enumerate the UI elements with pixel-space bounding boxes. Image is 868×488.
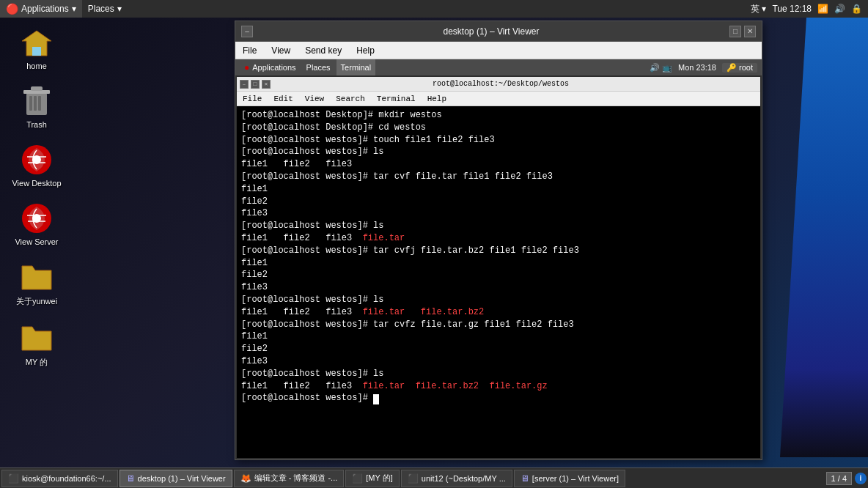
term-line-18: [root@localhost westos]# tar cvfz file.t… — [241, 319, 756, 331]
term-line-5: file1 file2 file3 — [241, 158, 756, 171]
desktop-icons-container: home Trash — [7, 22, 66, 371]
virt-title-bar: – desktop (1) – Virt Viewer □ ✕ — [235, 21, 762, 42]
terminal-window[interactable]: – □ ✕ root@localhost:~/Desktop/westos Fi… — [237, 77, 760, 458]
virt-menu-bar: File View Send key Help — [235, 42, 762, 59]
minimize-button[interactable]: – — [241, 26, 253, 37]
term-line-7: file1 — [241, 183, 756, 196]
term-win-ctrl2[interactable]: □ — [251, 80, 260, 89]
term-line-17: file1 file2 file3 file.tar file.tar.bz2 — [241, 306, 756, 319]
page-info-button[interactable]: i — [855, 473, 867, 484]
term-line-3: [root@localhost westos]# touch file1 fil… — [241, 134, 756, 147]
taskbar-item-blog[interactable]: 🦊 编辑文章 - 博客频道 -... — [234, 470, 345, 487]
desktop: 🔴 Applications ▾ Places ▾ 英 ▾ Tue 12:18 … — [0, 0, 868, 488]
page-number: 1 / 4 — [826, 472, 852, 485]
term-line-14: file2 — [241, 269, 756, 281]
window-controls-right: □ ✕ — [729, 26, 756, 37]
term-title-text: root@localhost:~/Desktop/westos — [271, 80, 731, 88]
svg-rect-1 — [32, 47, 41, 56]
term-line-12: [root@localhost westos]# tar cvfj file.t… — [241, 245, 756, 257]
taskbar-item-server1[interactable]: 🖥 [server (1) – Virt Viewer] — [514, 470, 625, 487]
virt-menu-help[interactable]: Help — [349, 42, 382, 59]
virt-viewer-window: – desktop (1) – Virt Viewer □ ✕ File Vie… — [235, 21, 762, 460]
term-win-ctrl1[interactable]: – — [240, 80, 249, 89]
view-desktop-label: View Desktop — [12, 179, 61, 188]
applications-menu[interactable]: 🔴 Applications ▾ — [0, 0, 82, 18]
about-yunwei-label: 关于yunwei — [16, 296, 57, 307]
virt-title: desktop (1) – Virt Viewer — [253, 26, 729, 37]
svg-rect-5 — [38, 96, 41, 111]
term-menu-file[interactable]: File — [237, 92, 268, 106]
term-title-bar: – □ ✕ root@localhost:~/Desktop/westos — [237, 77, 760, 92]
desktop-icon-view-desktop[interactable]: View Desktop — [7, 139, 66, 191]
term-line-19: file1 — [241, 330, 756, 343]
svg-rect-3 — [29, 96, 32, 111]
svg-rect-7 — [31, 86, 43, 91]
maximize-button[interactable]: □ — [729, 26, 741, 37]
desktop-icon-view-server[interactable]: View Server — [7, 198, 66, 249]
home-icon-label: home — [26, 62, 47, 70]
panel-left: 🔴 Applications ▾ Places ▾ — [0, 0, 128, 18]
term-line-13: file1 — [241, 257, 756, 270]
vm-panel: ● Applications Places Terminal 🔊 📺 Mon 2… — [235, 59, 762, 75]
vm-places-menu[interactable]: Places — [302, 59, 335, 75]
my-icon-label: MY 的 — [26, 357, 48, 368]
term-line-9: file3 — [241, 207, 756, 220]
term-line-20: file2 — [241, 343, 756, 355]
term-line-1: [root@localhost Desktop]# mkdir westos — [241, 109, 756, 122]
top-panel: 🔴 Applications ▾ Places ▾ 英 ▾ Tue 12:18 … — [0, 0, 868, 18]
page-indicator: 1 / 4 i — [826, 472, 867, 485]
vm-panel-right: 🔊 📺 Mon 23:18 🔑 root — [650, 63, 757, 73]
term-win-ctrl3[interactable]: ✕ — [262, 80, 271, 89]
virt-menu-sendkey[interactable]: Send key — [298, 42, 349, 59]
vm-panel-left: ● Applications Places Terminal — [240, 59, 375, 75]
vm-display: ● Applications Places Terminal 🔊 📺 Mon 2… — [235, 59, 762, 459]
term-line-10: [root@localhost westos]# ls — [241, 220, 756, 232]
term-line-21: file3 — [241, 355, 756, 368]
taskbar-item-kiosk[interactable]: ⬛ kiosk@foundation66:~/... — [1, 470, 118, 487]
virt-menu-file[interactable]: File — [235, 42, 264, 59]
term-menu-search[interactable]: Search — [330, 92, 371, 106]
term-menu-view[interactable]: View — [299, 92, 330, 106]
vm-applications-menu[interactable]: ● Applications — [240, 59, 301, 75]
vm-terminal-menu[interactable]: Terminal — [336, 59, 376, 75]
term-menu-bar: File Edit View Search Terminal Help — [237, 92, 760, 106]
blue-decoration — [780, 18, 868, 457]
term-line-2: [root@localhost Desktop]# cd westos — [241, 122, 756, 134]
term-line-23: file1 file2 file3 file.tar file.tar.bz2 … — [241, 380, 756, 393]
desktop-icon-home[interactable]: home — [7, 22, 66, 73]
taskbar-item-unit12[interactable]: ⬛ unit12 (~Desktop/MY ... — [401, 470, 512, 487]
view-server-label: View Server — [15, 237, 58, 246]
taskbar: ⬛ kiosk@foundation66:~/... 🖥 desktop (1)… — [0, 467, 868, 488]
places-menu[interactable]: Places ▾ — [82, 0, 128, 18]
window-controls-left: – — [241, 26, 253, 37]
term-line-6: [root@localhost westos]# tar cvf file.ta… — [241, 171, 756, 183]
taskbar-item-my[interactable]: ⬛ [MY 的] — [345, 470, 399, 487]
term-content: [root@localhost Desktop]# mkdir westos [… — [237, 106, 760, 458]
panel-right: 英 ▾ Tue 12:18 📶 🔊 🔒 — [751, 3, 868, 15]
virt-menu-view[interactable]: View — [264, 42, 298, 59]
term-menu-help[interactable]: Help — [422, 92, 452, 106]
close-button[interactable]: ✕ — [744, 26, 756, 37]
term-line-4: [root@localhost westos]# ls — [241, 146, 756, 158]
trash-icon-label: Trash — [26, 120, 47, 129]
term-menu-terminal[interactable]: Terminal — [371, 92, 422, 106]
taskbar-item-desktop1[interactable]: 🖥 desktop (1) – Virt Viewer — [119, 470, 232, 487]
svg-rect-4 — [34, 96, 37, 111]
desktop-icon-trash[interactable]: Trash — [7, 81, 66, 132]
term-menu-edit[interactable]: Edit — [268, 92, 298, 106]
desktop-icon-about-yunwei[interactable]: 关于yunwei — [7, 256, 66, 310]
desktop-icon-my[interactable]: MY 的 — [7, 317, 66, 371]
term-line-22: [root@localhost westos]# ls — [241, 368, 756, 380]
term-line-11: file1 file2 file3 file.tar — [241, 232, 756, 245]
term-line-16: [root@localhost westos]# ls — [241, 294, 756, 306]
term-line-8: file2 — [241, 196, 756, 208]
term-line-15: file3 — [241, 281, 756, 294]
term-line-24: [root@localhost westos]# — [241, 392, 756, 404]
